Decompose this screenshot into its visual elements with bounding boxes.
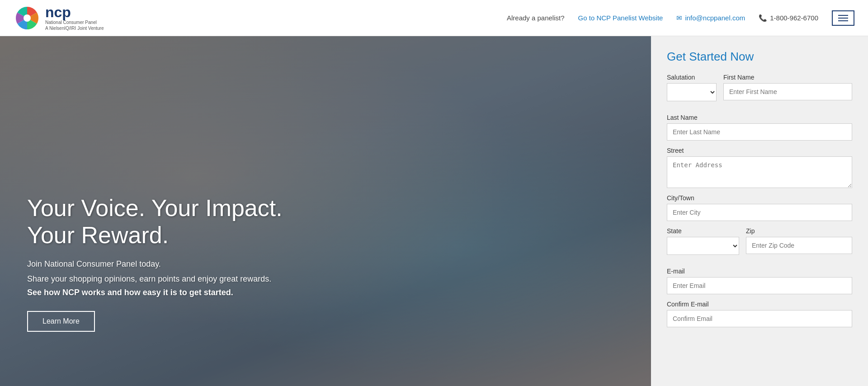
- state-select[interactable]: ALAKAZAR CACOCTDE FLGAHIID ILINIAKS KYLA…: [667, 237, 739, 255]
- hero-title: Your Voice. Your Impact. Your Reward.: [27, 195, 283, 249]
- firstname-group: First Name: [723, 74, 852, 101]
- hero-subtitle2: Share your shopping opinions, earn point…: [27, 273, 283, 285]
- hero-subtitle3: See how NCP works and how easy it is to …: [27, 288, 283, 297]
- firstname-label: First Name: [723, 74, 852, 81]
- zip-group: Zip: [746, 227, 852, 255]
- state-zip-row: State ALAKAZAR CACOCTDE FLGAHIID ILINIAK…: [667, 227, 852, 261]
- zip-label: Zip: [746, 227, 852, 235]
- street-textarea[interactable]: [667, 156, 852, 188]
- confirm-email-input[interactable]: [667, 310, 852, 327]
- logo-subtitle: A NielsenIQ/IRI Joint Venture: [45, 25, 104, 31]
- state-group: State ALAKAZAR CACOCTDE FLGAHIID ILINIAK…: [667, 227, 739, 255]
- firstname-input[interactable]: [723, 83, 852, 100]
- street-group: Street: [667, 147, 852, 188]
- salutation-firstname-row: Salutation Mr. Mrs. Ms. Dr. First Name: [667, 74, 852, 108]
- email-text: info@ncppanel.com: [685, 14, 745, 22]
- salutation-group: Salutation Mr. Mrs. Ms. Dr.: [667, 74, 717, 101]
- lastname-input[interactable]: [667, 123, 852, 141]
- hero-subtitle1: Join National Consumer Panel today.: [27, 258, 283, 270]
- email-input[interactable]: [667, 277, 852, 294]
- city-input[interactable]: [667, 204, 852, 221]
- city-group: City/Town: [667, 194, 852, 221]
- email-group: E-mail: [667, 268, 852, 294]
- salutation-label: Salutation: [667, 74, 717, 81]
- email-label: E-mail: [667, 268, 852, 275]
- state-label: State: [667, 227, 739, 235]
- panelist-link[interactable]: Go to NCP Panelist Website: [578, 14, 663, 22]
- signup-form-panel: Get Started Now Salutation Mr. Mrs. Ms. …: [651, 36, 868, 386]
- salutation-select[interactable]: Mr. Mrs. Ms. Dr.: [667, 83, 717, 101]
- logo-ncp-label: ncp: [45, 5, 104, 19]
- lastname-label: Last Name: [667, 114, 852, 121]
- ncp-logo-icon: [14, 5, 41, 32]
- city-label: City/Town: [667, 194, 852, 202]
- form-title: Get Started Now: [667, 50, 852, 64]
- email-icon: ✉: [676, 14, 682, 22]
- site-header: ncp National Consumer Panel A NielsenIQ/…: [0, 0, 868, 36]
- confirm-email-group: Confirm E-mail: [667, 301, 852, 327]
- hamburger-line-1: [838, 15, 848, 16]
- hero-section: Your Voice. Your Impact. Your Reward. Jo…: [0, 36, 651, 386]
- phone-number: 1-800-962-6700: [770, 14, 818, 22]
- hero-content: Your Voice. Your Impact. Your Reward. Jo…: [27, 195, 283, 332]
- email-link[interactable]: ✉ info@ncppanel.com: [676, 14, 745, 22]
- hero-title-line1: Your Voice. Your Impact.: [27, 195, 283, 221]
- logo: ncp National Consumer Panel A NielsenIQ/…: [14, 5, 104, 32]
- panelist-prompt: Already a panelist?: [507, 14, 565, 22]
- hero-cta-button[interactable]: Learn More: [27, 311, 95, 332]
- svg-point-0: [24, 14, 31, 22]
- zip-input[interactable]: [746, 237, 852, 254]
- main-container: Your Voice. Your Impact. Your Reward. Jo…: [0, 36, 868, 386]
- street-label: Street: [667, 147, 852, 154]
- lastname-group: Last Name: [667, 114, 852, 141]
- hamburger-menu-button[interactable]: [832, 10, 854, 26]
- header-nav: Already a panelist? Go to NCP Panelist W…: [507, 10, 854, 26]
- confirm-email-label: Confirm E-mail: [667, 301, 852, 308]
- phone-icon: 📞: [759, 14, 767, 22]
- logo-text: ncp National Consumer Panel A NielsenIQ/…: [45, 5, 104, 31]
- phone-info: 📞 1-800-962-6700: [759, 14, 818, 22]
- logo-name: National Consumer Panel: [45, 19, 104, 25]
- hamburger-line-2: [838, 18, 848, 19]
- hero-title-line2: Your Reward.: [27, 222, 169, 248]
- hamburger-line-3: [838, 20, 848, 21]
